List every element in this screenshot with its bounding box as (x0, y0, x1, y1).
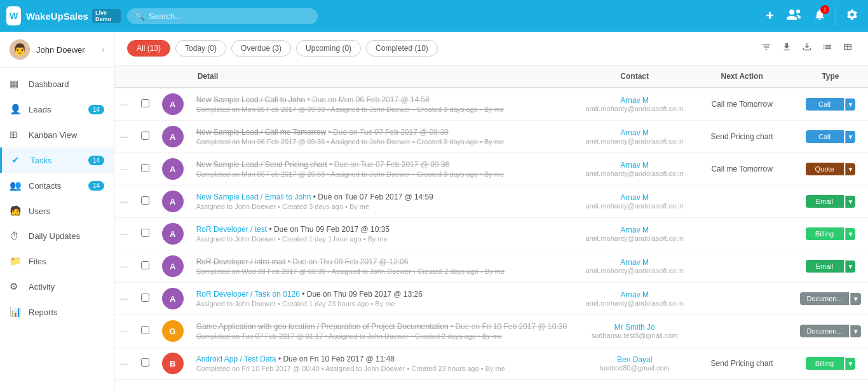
grid-view-icon[interactable] (840, 39, 855, 57)
type-button[interactable]: Call (806, 130, 844, 143)
task-checkbox[interactable] (141, 229, 149, 237)
row-more[interactable]: ··· (114, 250, 135, 283)
task-checkbox[interactable] (141, 358, 149, 367)
row-more[interactable]: ··· (114, 121, 135, 153)
contact-name[interactable]: Arnav M (585, 128, 684, 137)
contact-name[interactable]: Ben Dayal (585, 355, 684, 364)
row-more[interactable]: ··· (114, 153, 135, 186)
leads-badge: 14 (88, 105, 104, 114)
filter-completed[interactable]: Completed (10) (366, 40, 438, 57)
task-checkbox[interactable] (141, 132, 149, 140)
search-bar[interactable]: 🔍 (127, 8, 318, 24)
sidebar-item-users[interactable]: 🧑 Users (0, 198, 114, 224)
import-icon[interactable] (779, 39, 794, 57)
type-dropdown[interactable]: ▼ (845, 98, 856, 111)
sidebar-item-daily[interactable]: ⏱ Daily Updates (0, 224, 114, 248)
task-title[interactable]: Game Application with geo location / Pre… (196, 322, 449, 331)
task-title[interactable]: New Sample Lead / Call to John (196, 95, 305, 104)
task-checkbox[interactable] (141, 326, 149, 334)
type-button[interactable]: Email (806, 195, 844, 208)
type-dropdown[interactable]: ▼ (845, 358, 856, 370)
type-button[interactable]: Documen... (800, 292, 848, 305)
type-button[interactable]: Quote (806, 163, 844, 175)
next-action-text: Call me Tomorrow (697, 165, 787, 173)
type-dropdown[interactable]: ▼ (845, 131, 856, 143)
type-dropdown[interactable]: ▼ (845, 196, 856, 208)
sidebar-item-dashboard[interactable]: ▦ Dashboard (0, 71, 114, 97)
type-button[interactable]: Billing (806, 357, 844, 370)
task-checkbox[interactable] (141, 261, 149, 269)
task-checkbox[interactable] (141, 99, 149, 107)
contact-name[interactable]: Arnav M (585, 96, 684, 105)
search-input[interactable] (149, 11, 310, 21)
task-title[interactable]: New Sample Lead / Call me Tomorrow (196, 128, 327, 137)
row-checkbox[interactable] (135, 315, 156, 348)
sidebar-user[interactable]: 👨 John Doewer › (0, 32, 114, 68)
type-button[interactable]: Billing (806, 227, 844, 240)
row-checkbox[interactable] (135, 283, 156, 315)
contact-name[interactable]: Arnav M (585, 161, 684, 170)
task-checkbox[interactable] (141, 164, 149, 172)
task-title[interactable]: New Sample Lead / Email to John (196, 193, 311, 201)
row-checkbox[interactable] (135, 218, 156, 250)
type-dropdown[interactable]: ▼ (845, 260, 856, 273)
sidebar-item-kanban[interactable]: ⊞ Kanban View (0, 122, 114, 147)
sidebar-item-tasks[interactable]: ✔ Tasks 14 (0, 147, 114, 173)
type-btn-wrap: Call ▼ (799, 130, 862, 143)
sidebar-item-contacts[interactable]: 👥 Contacts 14 (0, 173, 114, 198)
row-checkbox[interactable] (135, 186, 156, 218)
filter-upcoming[interactable]: Upcoming (0) (296, 40, 361, 57)
type-button[interactable]: Documen... (800, 325, 848, 337)
task-checkbox[interactable] (141, 196, 149, 205)
filter-icon[interactable] (759, 39, 774, 57)
type-button[interactable]: Email (806, 260, 844, 273)
row-checkbox[interactable] (135, 250, 156, 283)
row-more[interactable]: ··· (114, 283, 135, 315)
row-checkbox[interactable] (135, 348, 156, 380)
type-dropdown[interactable]: ▼ (850, 325, 861, 337)
tasks-tbody: ··· A New Sample Lead / Call to John • D… (114, 88, 868, 380)
contact-name[interactable]: Arnav M (585, 193, 684, 202)
task-title[interactable]: Android App / Test Data (196, 355, 276, 363)
row-detail: New Sample Lead / Email to John • Due on… (190, 186, 578, 218)
sidebar-item-label: Tasks (31, 156, 88, 165)
add-icon[interactable]: + (763, 4, 777, 27)
row-checkbox[interactable] (135, 121, 156, 153)
sidebar-item-files[interactable]: 📁 Files (0, 248, 114, 274)
row-more[interactable]: ··· (114, 186, 135, 218)
filter-overdue[interactable]: Overdue (3) (231, 40, 291, 57)
task-title[interactable]: RoR Developer / test (196, 225, 267, 234)
contact-name[interactable]: Arnav M (585, 226, 684, 234)
type-dropdown[interactable]: ▼ (845, 163, 856, 175)
contact-name[interactable]: Arnav M (585, 290, 684, 299)
export-icon[interactable] (799, 39, 815, 57)
row-checkbox[interactable] (135, 153, 156, 186)
list-view-icon[interactable] (820, 39, 835, 57)
contact-name[interactable]: Arnav M (585, 258, 684, 267)
contact-name[interactable]: Mr Smith Jo (585, 323, 684, 332)
row-checkbox[interactable] (135, 88, 156, 121)
sidebar-item-reports[interactable]: 📊 Reports (0, 299, 114, 325)
type-dropdown[interactable]: ▼ (845, 228, 856, 240)
filter-all[interactable]: All (13) (127, 40, 170, 57)
users-icon[interactable] (783, 6, 804, 27)
task-title[interactable]: RoR Developer / Task on 0126 (196, 290, 300, 299)
sidebar-item-leads[interactable]: 👤 Leads 14 (0, 97, 114, 122)
row-more[interactable]: ··· (114, 348, 135, 380)
sidebar-item-label: Contacts (29, 181, 88, 191)
type-dropdown[interactable]: ▼ (850, 293, 861, 305)
notifications-icon[interactable]: 1 (810, 5, 829, 27)
row-more[interactable]: ··· (114, 218, 135, 250)
task-title[interactable]: RoR Developer / intro mail (196, 257, 286, 266)
sidebar-item-label: Reports (29, 308, 104, 317)
row-more[interactable]: ··· (114, 88, 135, 121)
row-more[interactable]: ··· (114, 315, 135, 348)
filter-today[interactable]: Today (0) (175, 40, 226, 57)
settings-icon[interactable] (843, 5, 862, 27)
type-button[interactable]: Call (806, 98, 844, 111)
col-contact-header: Contact (578, 65, 691, 88)
sidebar-item-activity[interactable]: ⚙ Activity (0, 274, 114, 299)
task-title[interactable]: New Sample Lead / Send Pricing chart (196, 160, 327, 169)
sidebar-item-label: Dashboard (29, 79, 104, 89)
task-checkbox[interactable] (141, 294, 149, 302)
